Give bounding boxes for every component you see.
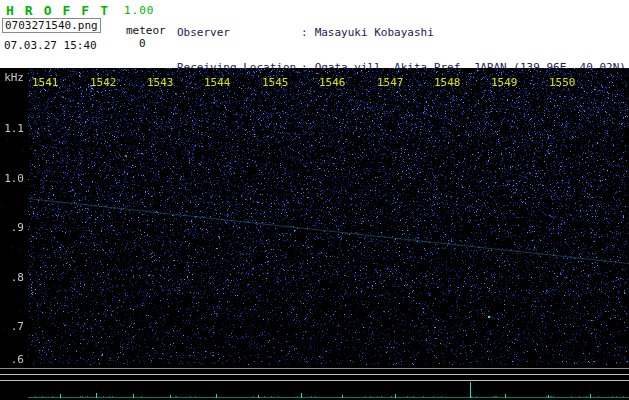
y-tick-label: 1.1 [2,122,24,135]
spectrogram-canvas [0,68,629,400]
y-axis-unit: kHz [2,71,24,84]
x-tick-label: 1548 [434,76,461,89]
spectrogram-panel: 1541 1542 1543 1544 1545 1546 1547 1548 … [0,68,629,400]
x-tick-label: 1546 [319,76,346,89]
x-tick-label: 1542 [90,76,117,89]
y-tick-label: .7 [2,320,24,333]
meteor-count-value: 0 [139,37,146,50]
info-label: Observer [177,27,301,39]
app-title: HROFFT [6,3,119,18]
info-value: Masayuki Kobayashi [315,27,434,39]
app-version: 1.00 [124,4,155,17]
x-tick-label: 1545 [262,76,289,89]
y-tick-label: .8 [2,271,24,284]
y-tick-label: .6 [2,353,24,366]
x-tick-label: 1549 [491,76,518,89]
meteor-count-label: meteor [126,24,166,37]
x-tick-label: 1541 [32,76,59,89]
y-tick-label: 1.0 [2,172,24,185]
info-colon: : [301,27,308,39]
x-tick-label: 1547 [377,76,404,89]
observation-datetime: 07.03.27 15:40 [4,39,97,52]
x-tick-label: 1543 [147,76,174,89]
output-filename: 0703271540.png [2,18,101,33]
info-row-observer: Observer:Masayuki Kobayashi [177,27,626,39]
x-tick-label: 1550 [549,76,576,89]
y-tick-label: .9 [2,221,24,234]
hrofft-window: HROFFT 1.00 0703271540.png meteor 0 07.0… [0,0,629,400]
x-tick-label: 1544 [204,76,231,89]
